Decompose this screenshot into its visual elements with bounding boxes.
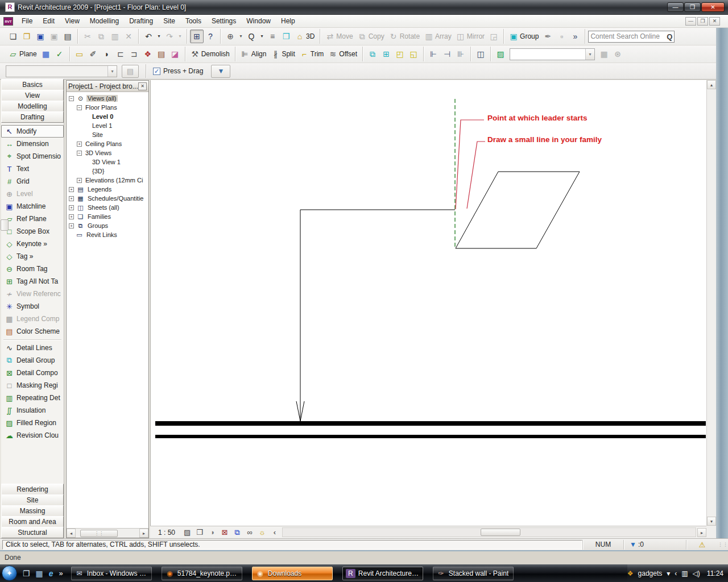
wall-line-top[interactable] bbox=[155, 421, 706, 426]
tape-measure-button[interactable]: ▭ bbox=[73, 47, 86, 61]
close-button[interactable]: ✕ bbox=[701, 2, 725, 12]
expander-icon[interactable]: + bbox=[77, 142, 82, 147]
type-selector[interactable]: ▾ bbox=[6, 65, 117, 77]
snap-grid-button[interactable]: ▦ bbox=[39, 47, 53, 61]
menu-help[interactable]: Help bbox=[276, 15, 300, 27]
add-to-group-button[interactable]: ⊞ bbox=[379, 47, 393, 61]
resize-grip-icon[interactable]: ⋮⋮ bbox=[718, 540, 726, 550]
menu-edit[interactable]: Edit bbox=[38, 15, 60, 27]
expander-icon[interactable]: − bbox=[77, 151, 82, 156]
scroll-right-icon[interactable]: ▸ bbox=[697, 528, 706, 537]
tool-revision-clou[interactable]: ☁Revision Clou bbox=[1, 429, 64, 442]
model-graphics-style-icon[interactable]: ❒ bbox=[194, 528, 205, 537]
annotation-small-line-text[interactable]: Draw a small line in your family bbox=[487, 135, 602, 144]
tree-item-families[interactable]: +❏Families bbox=[67, 212, 148, 221]
zoom-list-dropdown[interactable]: ▾ bbox=[258, 30, 266, 43]
array-button[interactable]: ▥Array bbox=[422, 30, 454, 43]
show-desktop-icon[interactable]: ❐ bbox=[23, 569, 30, 578]
trim-button[interactable]: ⌐Trim bbox=[297, 47, 326, 61]
cancel-group-button[interactable]: ◱ bbox=[407, 47, 420, 61]
tool-ref-plane[interactable]: ▱Ref Plane bbox=[1, 213, 64, 225]
reveal-hidden-icon[interactable]: ∞ bbox=[244, 528, 255, 537]
shadows-icon[interactable]: ◑ bbox=[206, 528, 218, 537]
tool-view-referenc[interactable]: ≁View Referenc bbox=[1, 288, 64, 300]
keynote-leader-line[interactable] bbox=[300, 210, 455, 421]
tool-symbol[interactable]: ✳Symbol bbox=[1, 300, 64, 313]
expander-icon[interactable]: + bbox=[69, 223, 74, 228]
tool-level[interactable]: ⊕Level bbox=[1, 188, 64, 200]
pin-button[interactable]: ✒ bbox=[541, 30, 555, 43]
tree-item-legends[interactable]: +▤Legends bbox=[67, 185, 148, 194]
properties-button[interactable]: ▤ bbox=[122, 65, 139, 78]
scroll-up-icon[interactable]: ▴ bbox=[707, 80, 716, 89]
mirror-button[interactable]: ◫Mirror bbox=[454, 30, 487, 43]
tree-item-3d[interactable]: {3D} bbox=[67, 167, 148, 176]
tree-item-level-0[interactable]: Level 0 bbox=[67, 112, 148, 121]
tree-item-3d-views[interactable]: −3D Views bbox=[67, 148, 148, 157]
tree-item-3d-view-1[interactable]: 3D View 1 bbox=[67, 157, 148, 167]
move-button[interactable]: ⇄Move bbox=[323, 30, 355, 43]
tool-tag[interactable]: ◇Tag » bbox=[1, 250, 64, 263]
spelling-button[interactable]: ✓ bbox=[53, 47, 67, 61]
new-button[interactable]: ❏ bbox=[6, 30, 20, 43]
crop-region-visibility-icon[interactable]: ⧉ bbox=[231, 528, 243, 537]
expander-icon[interactable]: + bbox=[69, 205, 74, 210]
task-revit-architecture[interactable]: RRevit Architecture 2... bbox=[342, 567, 423, 580]
tool-modify[interactable]: ↖Modify bbox=[1, 125, 64, 138]
tree-item-site[interactable]: Site bbox=[67, 130, 148, 139]
scroll-down-icon[interactable]: ▾ bbox=[707, 517, 716, 526]
tool-legend-comp[interactable]: ▦Legend Comp bbox=[1, 313, 64, 325]
filter-status-icon[interactable]: ▼ bbox=[630, 541, 636, 548]
tree-item-level-1[interactable]: Level 1 bbox=[67, 121, 148, 130]
print-button[interactable]: ▤ bbox=[61, 30, 75, 43]
tool-spot-dimensio[interactable]: ⌖Spot Dimensio bbox=[1, 150, 64, 163]
detach-walls-button[interactable]: ⊣ bbox=[440, 47, 454, 61]
tool-text[interactable]: TText bbox=[1, 163, 64, 175]
tool-repeating-det[interactable]: ▥Repeating Det bbox=[1, 392, 64, 404]
volume-icon[interactable]: ◁) bbox=[693, 569, 700, 577]
minimize-button[interactable]: — bbox=[667, 2, 684, 12]
scroll-thumb[interactable]: ⋮⋮ bbox=[80, 530, 118, 537]
network-icon[interactable]: ▥ bbox=[681, 569, 688, 577]
redo-list-dropdown[interactable]: ▾ bbox=[176, 30, 184, 43]
drawing-area[interactable]: Point at which leader starts Draw a smal… bbox=[150, 80, 706, 526]
group-button[interactable]: ▣Group bbox=[507, 30, 541, 43]
hscroll-thumb[interactable] bbox=[481, 529, 520, 536]
tab-drafting[interactable]: Drafting bbox=[1, 111, 64, 123]
project-browser-toggle-button[interactable]: ⊞ bbox=[190, 30, 204, 43]
expander-icon[interactable]: + bbox=[77, 178, 82, 183]
materials-book-button[interactable]: ▤ bbox=[155, 47, 168, 61]
tray-expand-icon[interactable]: ▾ bbox=[667, 569, 670, 577]
tree-item-ceiling-plans[interactable]: +Ceiling Plans bbox=[67, 139, 148, 148]
menu-modelling[interactable]: Modelling bbox=[85, 15, 124, 27]
tool-keynote[interactable]: ◇Keynote » bbox=[1, 238, 64, 250]
temporary-hide-icon[interactable]: ☼ bbox=[257, 528, 268, 537]
tool-insulation[interactable]: ∬Insulation bbox=[1, 404, 64, 417]
offset-button[interactable]: ≋Offset bbox=[326, 47, 359, 61]
wall-joins-button[interactable]: ⊪ bbox=[454, 47, 468, 61]
finish-group-button[interactable]: ◰ bbox=[393, 47, 407, 61]
expander-icon[interactable]: + bbox=[69, 196, 74, 201]
align-button[interactable]: ⊫Align bbox=[238, 47, 269, 61]
tree-item-floor-plans[interactable]: −Floor Plans bbox=[67, 103, 148, 112]
family-parallelogram[interactable] bbox=[456, 172, 580, 248]
task-stacked-wall-paint[interactable]: ✑Stacked wall - Paint bbox=[433, 567, 514, 580]
project-browser-hscrollbar[interactable]: ◂ ⋮⋮ ▸ bbox=[67, 528, 148, 538]
tool-matchline[interactable]: ▣Matchline bbox=[1, 200, 64, 213]
child-restore-button[interactable]: ❐ bbox=[697, 17, 708, 26]
menu-drafting[interactable]: Drafting bbox=[124, 15, 158, 27]
undo-list-dropdown[interactable]: ▾ bbox=[155, 30, 163, 43]
detail-level-icon[interactable]: ▨ bbox=[181, 528, 193, 537]
steering-wheel-list-dropdown[interactable]: ▾ bbox=[237, 30, 245, 43]
annotation-leader-1[interactable] bbox=[456, 120, 484, 209]
menu-site[interactable]: Site bbox=[158, 15, 180, 27]
clock[interactable]: 11:24 bbox=[707, 569, 723, 577]
tool-dimension[interactable]: ↔Dimension bbox=[1, 138, 64, 150]
expander-icon[interactable]: − bbox=[69, 96, 74, 101]
selection-filter-button[interactable]: ▼ bbox=[211, 65, 230, 78]
save-button[interactable]: ▣ bbox=[34, 30, 47, 43]
render-settings-button[interactable]: ▦ bbox=[597, 47, 611, 61]
tab-rendering[interactable]: Rendering bbox=[1, 484, 64, 495]
switch-windows-icon[interactable]: ▦ bbox=[36, 569, 43, 578]
tree-item-schedules-quantitie[interactable]: +▦Schedules/Quantitie bbox=[67, 194, 148, 203]
